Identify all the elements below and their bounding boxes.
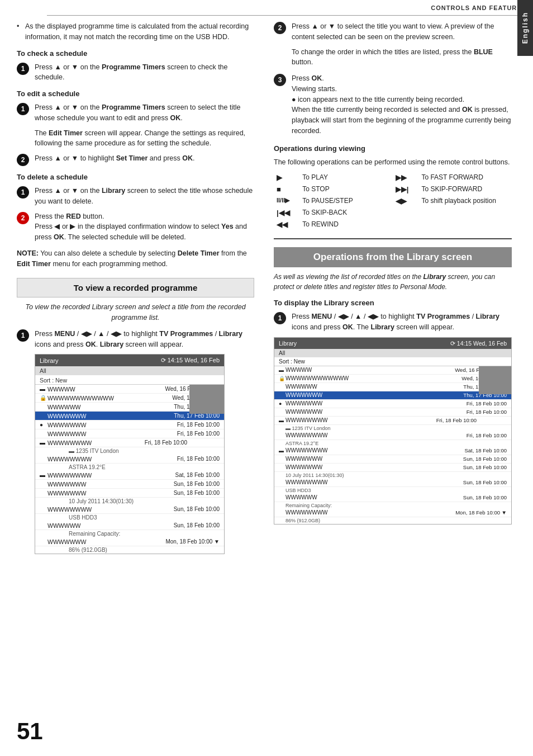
- delete-schedule-heading: To delete a schedule: [17, 173, 254, 181]
- delete-step-badge-1: 1: [17, 186, 29, 199]
- right-column: 2 Press ▲ or ▼ to select the title you w…: [268, 16, 517, 536]
- ops-sym: ◀◀: [274, 219, 299, 230]
- display-step-badge-1: 1: [274, 312, 286, 324]
- right-lib-row: WWWWWWW Sun, 18 Feb 10:00: [274, 464, 511, 472]
- delete-step1-text: Press ▲ or ▼ on the Library screen to se…: [35, 186, 254, 207]
- right-lib-body: ▬ WWWWW Wed, 16 Feb 10:00 ▲ 🔒 WWWWWWWWWW…: [274, 366, 511, 524]
- lib-row: WWWWWWW Sun, 18 Feb 10:00: [35, 489, 224, 498]
- lib-row: ▬ WWWWWWWW Fri, 18 Feb 10:00: [35, 438, 224, 447]
- ops-sym: ▶▶: [393, 172, 419, 183]
- view-step-badge-1: 1: [17, 329, 29, 342]
- ops-sym: ▶▶|: [393, 183, 419, 195]
- edit-step-badge-1: 1: [17, 103, 29, 115]
- right-lib-sub: All: [274, 349, 511, 357]
- right-step2-text: Press ▲ or ▼ to select the title you wan…: [292, 21, 512, 42]
- delete-step2-text: Press the RED button. Press ◀ or ▶ in th…: [35, 211, 254, 243]
- right-lib-title: Library: [279, 340, 297, 347]
- edit-step-badge-2: 2: [17, 154, 29, 166]
- check-step1: 1 Press ▲ or ▼ on the Programme Timers s…: [17, 62, 254, 83]
- lib-row: WWWWWWWW Fri, 18 Feb 10:00: [35, 455, 224, 464]
- ops-row: |◀◀ To SKIP-BACK: [274, 207, 512, 219]
- check-step1-text: Press ▲ or ▼ on the Programme Timers scr…: [35, 62, 254, 83]
- ops-table: ▶ To PLAY ▶▶ To FAST FORWARD ■ To STOP ▶…: [274, 172, 512, 230]
- ops-sym: ▶: [274, 172, 299, 183]
- edit-schedule-heading: To edit a schedule: [17, 89, 254, 98]
- display-heading: To display the Library screen: [274, 299, 512, 307]
- edit-step1: 1 Press ▲ or ▼ on the Programme Timers s…: [17, 102, 254, 124]
- lib-header-left: Library ⟳ 14:15 Wed, 16 Feb: [35, 355, 224, 366]
- ops-label: To SKIP-FORWARD: [418, 183, 512, 195]
- right-lib-row: WWWWWWWW Mon, 18 Feb 10:00 ▼: [274, 509, 511, 517]
- view-step1: 1 Press MENU / ◀▶ / ▲ / ◀▶ to highlight …: [17, 329, 254, 350]
- delete-step-badge-2: 2: [17, 212, 29, 224]
- right-lib-row: WWWWWWW Fri, 18 Feb 10:00: [274, 408, 511, 417]
- right-lib-row: WWWWWW Sun, 18 Feb 10:00: [274, 494, 511, 502]
- edit-step2: 2 Press ▲ or ▼ to highlight Set Timer an…: [17, 153, 254, 166]
- lib-row: WWWWWWW Fri, 18 Feb 10:00: [35, 429, 224, 438]
- view-step1-text: Press MENU / ◀▶ / ▲ / ◀▶ to highlight TV…: [35, 329, 254, 350]
- ops-label: To STOP: [299, 183, 393, 195]
- ops-label: To PAUSE/STEP: [299, 195, 393, 207]
- library-section-title: Operations from the Library screen: [313, 252, 472, 262]
- right-lib-time: ⟳ 14:15 Wed, 16 Feb: [450, 340, 507, 347]
- right-lib-row: WWWWWWWW Sun, 18 Feb 10:00: [274, 479, 511, 487]
- check-schedule-heading: To check a schedule: [17, 49, 254, 58]
- right-lib-row: ▬ WWWWWWWW Sat, 18 Feb 10:00: [274, 447, 511, 455]
- view-italic: To view the recorded Library screen and …: [17, 302, 254, 323]
- lib-row: WWWWWWW Mon, 18 Feb 10:00 ▼: [35, 537, 224, 546]
- ops-label: To FAST FORWARD: [418, 172, 512, 183]
- right-lib-row: ● WWWWWWW Fri, 18 Feb 10:00: [274, 400, 511, 408]
- ops-row: ■ To STOP ▶▶| To SKIP-FORWARD: [274, 183, 512, 195]
- library-screen-right: Library ⟳ 14:15 Wed, 16 Feb All Sort : N…: [274, 337, 512, 525]
- right-lib-row: WWWWWW Thu, 17 Feb 10:00: [274, 383, 511, 391]
- step-badge-1: 1: [17, 63, 29, 75]
- right-lib-info: 86% (912.0GB): [274, 517, 511, 524]
- lib-sort-left: Sort : New: [35, 375, 224, 385]
- ops-label: To SKIP-BACK: [299, 207, 393, 219]
- display-step1: 1 Press MENU / ◀▶ / ▲ / ◀▶ to highlight …: [274, 311, 512, 333]
- right-lib-row: 🔒 WWWWWWWWWWWW Wed, 16 Feb 10:00: [274, 375, 511, 383]
- ops-label: To REWIND: [299, 219, 393, 230]
- left-column: As the displayed programme time is calcu…: [0, 16, 263, 570]
- display-step1-text: Press MENU / ◀▶ / ▲ / ◀▶ to highlight TV…: [292, 311, 512, 333]
- ops-sym: II/II▶: [274, 195, 299, 207]
- view-section-box: To view a recorded programme: [17, 278, 254, 297]
- divider: [274, 238, 512, 239]
- ops-row: II/II▶ To PAUSE/STEP ◀▶ To shift playbac…: [274, 195, 512, 207]
- right-step2: 2 Press ▲ or ▼ to select the title you w…: [274, 21, 512, 42]
- ops-sym: ■: [274, 183, 299, 195]
- right-step3-text: Press OK. Viewing starts. ● icon appears…: [292, 73, 512, 136]
- page-number: 51: [17, 718, 43, 745]
- right-lib-row-highlighted: WWWWWWW Thu, 17 Feb 10:00: [274, 391, 511, 400]
- right-step-badge-2: 2: [274, 22, 286, 34]
- right-lib-sort: Sort : New: [274, 357, 511, 366]
- edit-sub-text: The Edit Timer screen will appear. Chang…: [35, 128, 254, 149]
- edit-step1-text: Press ▲ or ▼ on the Programme Timers scr…: [35, 102, 254, 124]
- lib-info: ▬ 1235 ITV London: [35, 447, 224, 455]
- ops-intro: The following operations can be performe…: [274, 157, 512, 168]
- lib-row: WWWWWW Sun, 18 Feb 10:00: [35, 521, 224, 530]
- library-section-box: Operations from the Library screen: [274, 247, 512, 267]
- ops-sym: ◀▶: [393, 195, 419, 207]
- ops-viewing-heading: Operations during viewing: [274, 144, 512, 153]
- lib-sub-left: All: [35, 366, 224, 375]
- ops-sym: |◀◀: [274, 207, 299, 219]
- ops-label: To PLAY: [299, 172, 393, 183]
- lib-row: WWWWWWW Sun, 18 Feb 10:00: [35, 480, 224, 489]
- right-lib-header: Library ⟳ 14:15 Wed, 16 Feb: [274, 338, 511, 349]
- header-bar: CONTROLS AND FEATURES: [47, 0, 533, 16]
- lib-info: USB HDD3: [35, 514, 224, 521]
- ops-label: To shift playback position: [418, 195, 512, 207]
- lib-body-left: ▬ WWWWW Wed, 16 Feb 10:00 ▲ 🔒 WWWWWWWWWW…: [35, 385, 224, 554]
- view-box-title: To view a recorded programme: [74, 283, 197, 292]
- bullet-note: As the displayed programme time is calcu…: [17, 21, 254, 42]
- right-lib-info: ASTRA 19.2°E: [274, 440, 511, 447]
- right-lib-row: WWWWWWWW Fri, 18 Feb 10:00: [274, 432, 511, 440]
- lib-info: Remaining Capacity:: [35, 530, 224, 537]
- right-lib-row: WWWWWWW Sun, 18 Feb 10:00: [274, 455, 511, 464]
- right-lib-info: ▬ 1235 ITV London: [274, 425, 511, 432]
- delete-step1: 1 Press ▲ or ▼ on the Library screen to …: [17, 186, 254, 207]
- side-tab: English: [517, 0, 533, 56]
- right-step3: 3 Press OK. Viewing starts. ● icon appea…: [274, 73, 512, 136]
- library-screen-left: Library ⟳ 14:15 Wed, 16 Feb All Sort : N…: [35, 354, 225, 554]
